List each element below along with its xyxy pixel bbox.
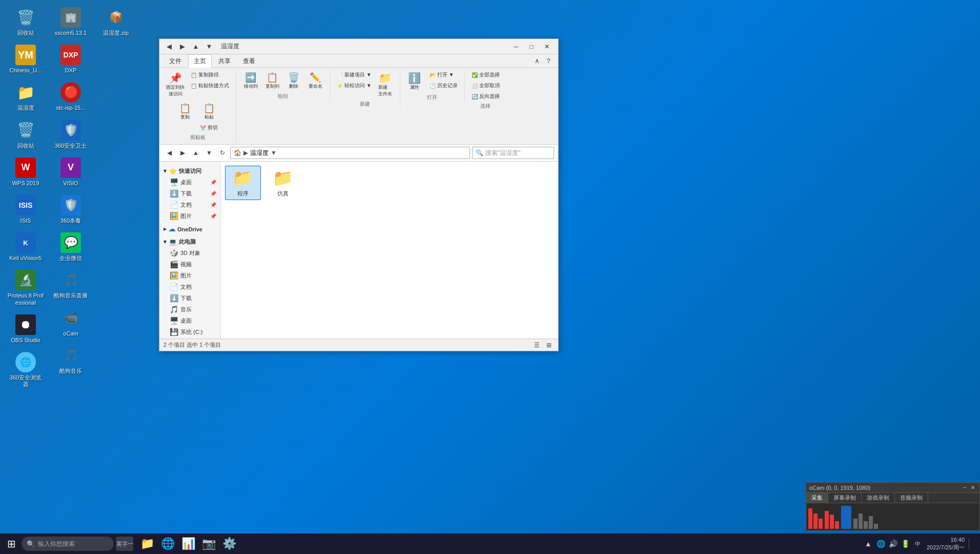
desktop-icon-qingting[interactable]: 🎵 酷狗音乐: [50, 343, 91, 377]
sidebar-item-video[interactable]: 🎬 视频: [159, 259, 220, 270]
desktop-icon-proteus[interactable]: 🔬 Proteus 8 Professional: [5, 268, 46, 308]
titlebar-recent-btn[interactable]: ▼: [203, 41, 215, 52]
taskbar-app-edge[interactable]: 🌐: [158, 535, 177, 553]
copy-to-btn[interactable]: 📋 复制到: [262, 70, 282, 92]
desktop-icon-stcisp[interactable]: 🔴 stc-isp-15...: [50, 80, 91, 113]
cut-btn[interactable]: ✂️剪切: [197, 123, 220, 133]
nav-up-btn[interactable]: ▲: [190, 147, 201, 159]
nav-refresh-btn[interactable]: ↻: [217, 147, 228, 159]
new-item-btn[interactable]: 📄新建项目 ▼: [334, 70, 374, 80]
sidebar-quick-access-header[interactable]: ▾ ⭐ 快速访问: [159, 166, 220, 176]
desktop-icon-visio[interactable]: V VISIO: [50, 155, 91, 189]
tray-chevron[interactable]: ▲: [863, 539, 873, 549]
sidebar-item-downloads2[interactable]: ⬇️ 下载: [159, 292, 220, 304]
desktop-icon-obs[interactable]: ⏺ OBS Studio: [5, 312, 46, 346]
ocam-tab-screen[interactable]: 屏幕录制: [828, 493, 862, 503]
file-item-program[interactable]: 📁 程序: [225, 166, 261, 200]
titlebar-forward-btn[interactable]: ▶: [177, 41, 188, 52]
open-btn[interactable]: 📂打开 ▼: [427, 70, 460, 80]
list-view-btn[interactable]: ☰: [532, 341, 542, 350]
grid-view-btn[interactable]: ⊞: [544, 341, 554, 350]
tray-show-desktop[interactable]: [969, 539, 974, 549]
help-btn[interactable]: ?: [543, 55, 554, 67]
tab-view[interactable]: 查看: [237, 54, 261, 68]
desktop-icon-isis[interactable]: ISIS ISIS: [5, 193, 46, 226]
desktop-icon-360[interactable]: 🌐 360安全浏览器: [5, 350, 46, 390]
desktop-icon-wps[interactable]: W WPS 2019: [5, 155, 46, 189]
taskbar-app-explorer[interactable]: 📁: [137, 535, 157, 553]
copy-path-btn[interactable]: 📋复制路径: [188, 70, 232, 80]
sidebar-item-desktop2[interactable]: 🖥️ 桌面: [159, 315, 220, 326]
sidebar-item-desktop[interactable]: 🖥️ 桌面 📌: [159, 176, 220, 188]
sidebar-item-pictures[interactable]: 🖼️ 图片 📌: [159, 210, 220, 222]
address-path[interactable]: 🏠 ▶ 温湿度 ▼: [230, 147, 470, 159]
tray-speaker-icon[interactable]: 🔊: [888, 539, 898, 549]
desktop-icon-music[interactable]: 🎵 酷狗音乐直播: [50, 268, 91, 301]
properties-btn[interactable]: ℹ️ 属性: [404, 70, 425, 93]
nav-back-btn[interactable]: ◀: [164, 147, 175, 159]
minimize-button[interactable]: ─: [509, 41, 523, 52]
ime-btn[interactable]: 英字一: [116, 537, 133, 551]
new-folder-btn[interactable]: 📁 新建文件夹: [375, 70, 396, 100]
taskbar-app-ppt[interactable]: 📊: [178, 535, 198, 553]
invert-select-btn[interactable]: 🔄反向选择: [469, 91, 502, 102]
taskbar-search[interactable]: 🔍 输入你想搜索: [22, 537, 114, 551]
ocam-tab-audio[interactable]: 音频录制: [895, 493, 928, 503]
tab-share[interactable]: 共享: [213, 54, 236, 68]
sidebar-item-downloads[interactable]: ⬇️ 下载 📌: [159, 188, 220, 199]
desktop-icon-ocam[interactable]: 📹 oCam: [50, 306, 91, 339]
copy-btn[interactable]: 📋 复制: [175, 101, 195, 123]
taskbar-app-task[interactable]: ⚙️: [219, 535, 239, 553]
tab-file[interactable]: 文件: [164, 54, 187, 68]
desktop-icon-recycle2[interactable]: 🗑️ 回收站: [5, 118, 46, 151]
desktop-icon-zip[interactable]: 📦 温湿度.zip: [95, 5, 136, 38]
sidebar-item-drive-c[interactable]: 💾 系统 (C:): [159, 326, 220, 338]
search-box[interactable]: 🔍 搜索"温湿度": [472, 147, 554, 159]
desktop-icon-sscom[interactable]: 🏢 sscom5.13.1: [50, 5, 91, 38]
paste-btn[interactable]: 📋 粘贴: [200, 101, 218, 123]
taskbar-app-camera[interactable]: 📷: [199, 535, 218, 553]
tray-lang-icon[interactable]: 中: [912, 539, 923, 549]
sidebar-item-music[interactable]: 🎵 音乐: [159, 304, 220, 315]
ocam-close-btn[interactable]: ✕: [969, 484, 976, 491]
sidebar-item-3d[interactable]: 🎲 3D 对象: [159, 247, 220, 259]
close-button[interactable]: ✕: [540, 41, 554, 52]
sidebar-item-documents2[interactable]: 📄 文档: [159, 281, 220, 292]
tab-home[interactable]: 主页: [188, 54, 212, 68]
paste-shortcut-btn[interactable]: 📋粘贴快捷方式: [188, 81, 232, 91]
titlebar-back-btn[interactable]: ◀: [164, 41, 175, 52]
select-all-btn[interactable]: ✅全部选择: [469, 70, 502, 80]
sidebar-item-pictures2[interactable]: 🖼️ 图片: [159, 270, 220, 281]
desktop-icon-dxp[interactable]: DXP DXP: [50, 43, 91, 76]
system-clock[interactable]: 16:40 2022/7/25/周一: [925, 536, 967, 552]
sidebar-thispc-header[interactable]: ▾ 💻 此电脑: [159, 236, 220, 247]
ocam-minimize-btn[interactable]: ─: [961, 484, 968, 491]
move-to-btn[interactable]: ➡️ 移动到: [240, 70, 261, 92]
file-item-simulation[interactable]: 📁 仿真: [265, 166, 301, 200]
titlebar-up-btn[interactable]: ▲: [190, 41, 201, 52]
start-button[interactable]: ⊞: [2, 535, 21, 553]
desktop-icon-weixin[interactable]: 💬 企业微信: [50, 230, 91, 264]
history-btn[interactable]: 🕐历史记录: [427, 81, 460, 91]
nav-recent-btn[interactable]: ▼: [203, 147, 215, 159]
maximize-button[interactable]: □: [524, 41, 539, 52]
rename-btn[interactable]: ✏️ 重命名: [305, 70, 325, 92]
sidebar-item-documents[interactable]: 📄 文档 📌: [159, 199, 220, 210]
desktop-icon-wendu[interactable]: 📁 温湿度: [5, 80, 46, 113]
sidebar-onedrive-header[interactable]: ▸ ☁ OneDrive: [159, 224, 220, 234]
ocam-tab-capture[interactable]: 采集: [806, 493, 828, 503]
deselect-all-btn[interactable]: ⬜全部取消: [469, 81, 502, 91]
ribbon-collapse-btn[interactable]: ∧: [532, 55, 543, 67]
desktop-icon-360guard[interactable]: 🛡️ 360安全卫士: [50, 118, 91, 151]
easy-access-btn[interactable]: ⚡轻松访问 ▼: [334, 81, 374, 91]
nav-forward-btn[interactable]: ▶: [177, 147, 188, 159]
desktop-icon-360kill[interactable]: 🛡️ 360杀毒: [50, 193, 91, 226]
tray-battery-icon[interactable]: 🔋: [900, 539, 910, 549]
desktop-icon-keil[interactable]: K Keil uVision5: [5, 230, 46, 264]
desktop-icon-chiness[interactable]: YM Chiness_U...: [5, 43, 46, 76]
tray-network-icon[interactable]: 🌐: [875, 539, 886, 549]
pin-quick-access-btn[interactable]: 📌 固定到快速访问: [164, 70, 187, 100]
delete-btn[interactable]: 🗑️ 删除: [283, 70, 304, 92]
ocam-tab-game[interactable]: 游戏录制: [862, 493, 895, 503]
desktop-icon-recycle-bin[interactable]: 🗑️ 回收站: [5, 5, 46, 38]
